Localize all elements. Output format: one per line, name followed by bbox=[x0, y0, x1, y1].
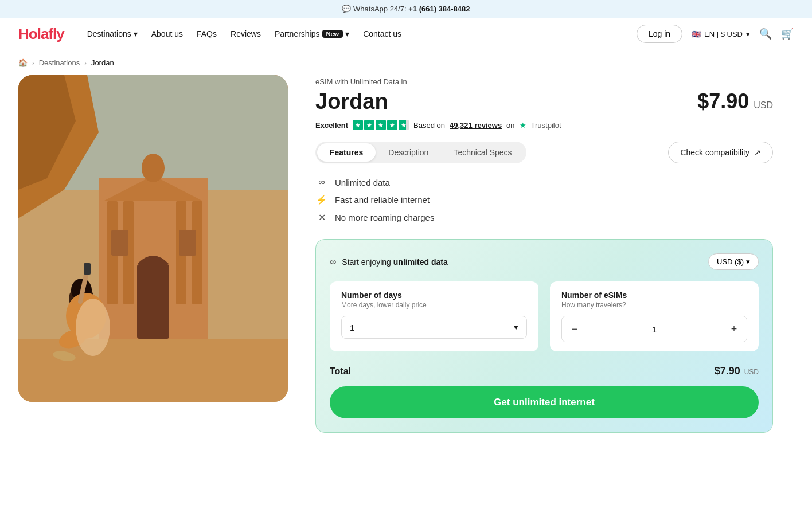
currency-selector[interactable]: USD ($) ▾ bbox=[708, 253, 759, 270]
esim-label: eSIM with Unlimited Data in bbox=[315, 77, 773, 86]
increment-button[interactable]: + bbox=[721, 316, 747, 342]
product-title: Jordan bbox=[315, 89, 388, 114]
total-price-block: $7.90 USD bbox=[715, 365, 759, 377]
svg-rect-14 bbox=[18, 339, 288, 402]
esim-count-value: 1 bbox=[587, 324, 721, 334]
check-compat-label: Check compatibility bbox=[680, 148, 749, 157]
breadcrumb-sep-2: › bbox=[84, 60, 87, 66]
svg-point-10 bbox=[142, 154, 165, 182]
days-dropdown[interactable]: 1 ▾ bbox=[341, 316, 527, 339]
purchase-header-text: Start enjoying bbox=[342, 257, 391, 267]
new-badge: New bbox=[322, 30, 343, 38]
currency-label: USD ($) bbox=[717, 257, 744, 266]
days-sublabel: More days, lower daily price bbox=[341, 301, 527, 309]
nav-partnerships[interactable]: Partnerships New ▾ bbox=[275, 29, 349, 38]
price-currency: USD bbox=[754, 100, 773, 110]
feature-no-roaming: ✕ No more roaming charges bbox=[315, 212, 773, 223]
whatsapp-icon: 💬 bbox=[342, 5, 351, 13]
svg-rect-19 bbox=[84, 263, 91, 275]
rating-label: Excellent bbox=[315, 121, 348, 130]
star-2: ★ bbox=[364, 120, 374, 130]
no-roaming-icon: ✕ bbox=[315, 212, 328, 223]
breadcrumb-sep-1: › bbox=[32, 60, 34, 66]
tab-features[interactable]: Features bbox=[317, 143, 376, 162]
nav-about[interactable]: About us bbox=[151, 29, 183, 38]
svg-rect-12 bbox=[111, 230, 128, 256]
breadcrumb-home[interactable]: 🏠 bbox=[18, 58, 28, 67]
nav-contact[interactable]: Contact us bbox=[363, 29, 401, 38]
main-content: eSIM with Unlimited Data in Jordan $7.90… bbox=[0, 75, 791, 456]
star-1: ★ bbox=[353, 120, 363, 130]
svg-point-21 bbox=[76, 299, 110, 356]
trustpilot-label: Trustpilot bbox=[531, 121, 561, 130]
decrement-button[interactable]: − bbox=[562, 316, 587, 342]
feature-unlimited-data: ∞ Unlimited data bbox=[315, 177, 773, 187]
language-selector[interactable]: 🇬🇧 EN | $ USD ▾ bbox=[692, 30, 750, 38]
unlimited-data-title: ∞ Start enjoying unlimited data bbox=[330, 257, 448, 267]
external-link-icon: ↗ bbox=[754, 148, 761, 157]
nav-destinations[interactable]: Destinations ▾ bbox=[87, 29, 138, 38]
rating-row: Excellent ★ ★ ★ ★ ★ Based on 49,321 revi… bbox=[315, 120, 773, 130]
star-5-half: ★ bbox=[399, 120, 409, 130]
days-value: 1 bbox=[350, 323, 354, 332]
nav-faqs[interactable]: FAQs bbox=[197, 29, 217, 38]
flag-icon: 🇬🇧 bbox=[692, 30, 701, 38]
whatsapp-text: WhatsApp 24/7: bbox=[353, 5, 407, 13]
breadcrumb-current: Jordan bbox=[91, 58, 114, 67]
product-tabs: Features Description Technical Specs bbox=[315, 142, 526, 163]
infinity-icon-2: ∞ bbox=[330, 257, 336, 267]
product-title-row: Jordan $7.90 USD bbox=[315, 89, 773, 114]
feature-label-1: Unlimited data bbox=[335, 178, 390, 187]
purchase-card-header: ∞ Start enjoying unlimited data USD ($) … bbox=[330, 253, 759, 270]
reviews-on: on bbox=[506, 121, 514, 130]
feature-label-3: No more roaming charges bbox=[335, 213, 434, 222]
cart-icon: 🛒 bbox=[781, 28, 794, 40]
login-button[interactable]: Log in bbox=[637, 25, 682, 43]
days-label: Number of days bbox=[341, 291, 527, 300]
reviews-text: Based on bbox=[413, 121, 445, 130]
esims-option: Number of eSIMs How many travelers? − 1 … bbox=[550, 281, 759, 351]
feature-fast-internet: ⚡ Fast and reliable internet bbox=[315, 194, 773, 205]
infinity-icon: ∞ bbox=[315, 177, 328, 187]
tab-technical-specs[interactable]: Technical Specs bbox=[441, 143, 524, 162]
total-currency: USD bbox=[744, 368, 759, 376]
top-bar: 💬 WhatsApp 24/7: +1 (661) 384-8482 bbox=[0, 0, 812, 18]
search-button[interactable]: 🔍 bbox=[759, 28, 772, 40]
stars: ★ ★ ★ ★ ★ bbox=[353, 120, 409, 130]
product-price: $7.90 bbox=[697, 89, 749, 113]
feature-label-2: Fast and reliable internet bbox=[335, 195, 430, 205]
esim-counter: − 1 + bbox=[561, 316, 747, 342]
cart-button[interactable]: 🛒 bbox=[781, 28, 794, 40]
purchase-header-bold: unlimited data bbox=[393, 257, 448, 267]
nav-right: Log in 🇬🇧 EN | $ USD ▾ 🔍 🛒 bbox=[637, 25, 794, 43]
svg-rect-13 bbox=[179, 230, 196, 256]
chevron-down-icon-3: ▾ bbox=[746, 30, 750, 38]
check-compatibility-button[interactable]: Check compatibility ↗ bbox=[668, 142, 773, 163]
search-icon: 🔍 bbox=[759, 28, 772, 40]
reviews-link[interactable]: 49,321 reviews bbox=[450, 121, 502, 130]
language-label: EN | $ USD bbox=[704, 30, 743, 38]
tabs-row: Features Description Technical Specs Che… bbox=[315, 142, 773, 163]
star-3: ★ bbox=[376, 120, 386, 130]
whatsapp-link[interactable]: +1 (661) 384-8482 bbox=[408, 5, 470, 13]
product-image bbox=[18, 75, 288, 402]
chevron-down-icon-2: ▾ bbox=[345, 29, 349, 38]
nav-reviews[interactable]: Reviews bbox=[231, 29, 261, 38]
total-price: $7.90 bbox=[715, 365, 740, 377]
home-icon: 🏠 bbox=[18, 58, 28, 67]
price-block: $7.90 USD bbox=[697, 89, 773, 113]
breadcrumb-destinations[interactable]: Destinations bbox=[39, 58, 80, 67]
features-list: ∞ Unlimited data ⚡ Fast and reliable int… bbox=[315, 177, 773, 223]
chevron-down-icon-4: ▾ bbox=[746, 257, 750, 266]
options-row: Number of days More days, lower daily pr… bbox=[330, 281, 759, 351]
product-info: eSIM with Unlimited Data in Jordan $7.90… bbox=[315, 75, 773, 433]
esims-sublabel: How many travelers? bbox=[561, 301, 747, 309]
nav-links: Destinations ▾ About us FAQs Reviews Par… bbox=[87, 29, 637, 38]
logo[interactable]: Holafly bbox=[18, 25, 64, 43]
chevron-down-icon: ▾ bbox=[134, 29, 138, 38]
lightning-icon: ⚡ bbox=[315, 194, 328, 205]
tab-description[interactable]: Description bbox=[376, 143, 441, 162]
get-unlimited-button[interactable]: Get unlimited internet bbox=[330, 386, 759, 418]
total-row: Total $7.90 USD bbox=[330, 365, 759, 377]
chevron-down-icon-5: ▾ bbox=[514, 322, 518, 332]
